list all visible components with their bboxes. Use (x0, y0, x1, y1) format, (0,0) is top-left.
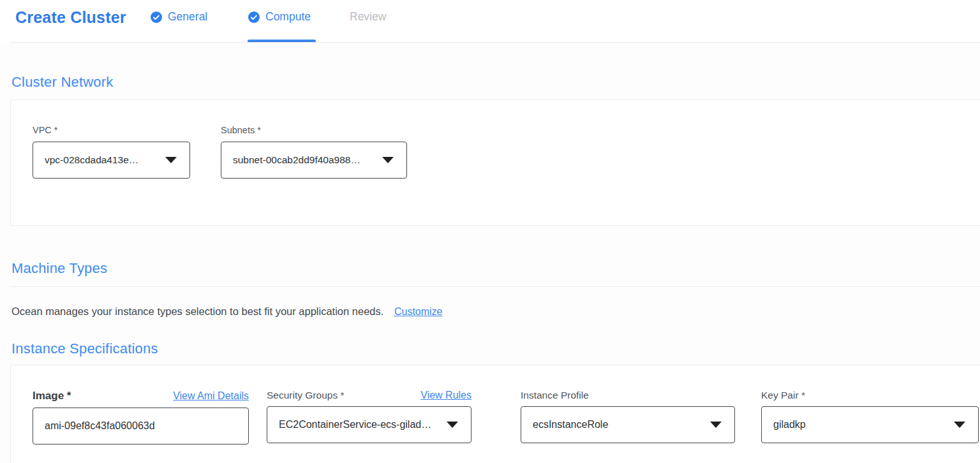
image-label: Image * (33, 390, 71, 402)
header-divider (10, 42, 980, 43)
caret-down-icon (710, 422, 722, 428)
check-circle-icon (248, 11, 260, 23)
key-pair-field: Key Pair * giladkp (761, 390, 979, 443)
image-input[interactable]: ami-09ef8c43fa060063d (33, 408, 249, 445)
security-groups-select[interactable]: EC2ContainerService-ecs-gilad… (267, 406, 471, 443)
view-rules-link[interactable]: View Rules (420, 390, 471, 401)
security-groups-selected-value: EC2ContainerService-ecs-gilad… (279, 419, 431, 430)
vpc-selected-value: vpc-028cdada413e… (45, 154, 138, 166)
cluster-network-heading: Cluster Network (11, 74, 113, 91)
machine-types-description-row: Ocean manages your instance types select… (11, 305, 443, 318)
image-field: Image * View Ami Details ami-09ef8c43fa0… (33, 390, 249, 445)
page-title: Create Cluster (15, 8, 126, 27)
tab-general-label: General (168, 10, 207, 24)
check-circle-icon (151, 11, 162, 23)
vpc-label: VPC * (33, 125, 190, 135)
security-groups-field: Security Groups * View Rules EC2Containe… (267, 390, 471, 443)
caret-down-icon (954, 422, 965, 428)
subnets-field: Subnets * subnet-00cab2dd9f40a988… (221, 125, 407, 179)
machine-types-divider (10, 286, 980, 287)
key-pair-selected-value: giladkp (773, 419, 806, 430)
machine-types-heading: Machine Types (11, 260, 107, 277)
machine-types-description: Ocean manages your instance types select… (11, 305, 383, 317)
vpc-field: VPC * vpc-028cdada413e… (33, 125, 190, 179)
view-ami-details-link[interactable]: View Ami Details (173, 390, 249, 402)
instance-specifications-card: Image * View Ami Details ami-09ef8c43fa0… (10, 365, 980, 463)
cluster-network-card: VPC * vpc-028cdada413e… Subnets * subnet… (10, 99, 980, 226)
tab-compute-label: Compute (265, 10, 311, 24)
instance-specifications-heading: Instance Specifications (11, 341, 158, 357)
tab-general[interactable]: General (151, 10, 207, 24)
caret-down-icon (447, 422, 458, 428)
caret-down-icon (382, 157, 394, 163)
tab-review[interactable]: Review (350, 10, 386, 24)
key-pair-select[interactable]: giladkp (761, 406, 979, 443)
customize-link[interactable]: Customize (394, 306, 443, 317)
vpc-select[interactable]: vpc-028cdada413e… (33, 142, 190, 179)
tab-review-label: Review (350, 10, 386, 24)
tab-compute[interactable]: Compute (248, 10, 311, 24)
instance-profile-label: Instance Profile (521, 390, 589, 401)
instance-profile-selected-value: ecsInstanceRole (533, 419, 608, 430)
key-pair-label: Key Pair * (761, 390, 805, 401)
subnets-selected-value: subnet-00cab2dd9f40a988… (233, 154, 360, 166)
instance-profile-select[interactable]: ecsInstanceRole (521, 406, 735, 443)
caret-down-icon (165, 157, 177, 163)
subnets-label: Subnets * (221, 125, 407, 135)
instance-profile-field: Instance Profile ecsInstanceRole (521, 390, 735, 443)
wizard-header: Create Cluster General Compute Review (0, 0, 980, 43)
security-groups-label: Security Groups * (267, 390, 344, 401)
image-input-value: ami-09ef8c43fa060063d (45, 420, 155, 432)
subnets-select[interactable]: subnet-00cab2dd9f40a988… (221, 142, 407, 179)
